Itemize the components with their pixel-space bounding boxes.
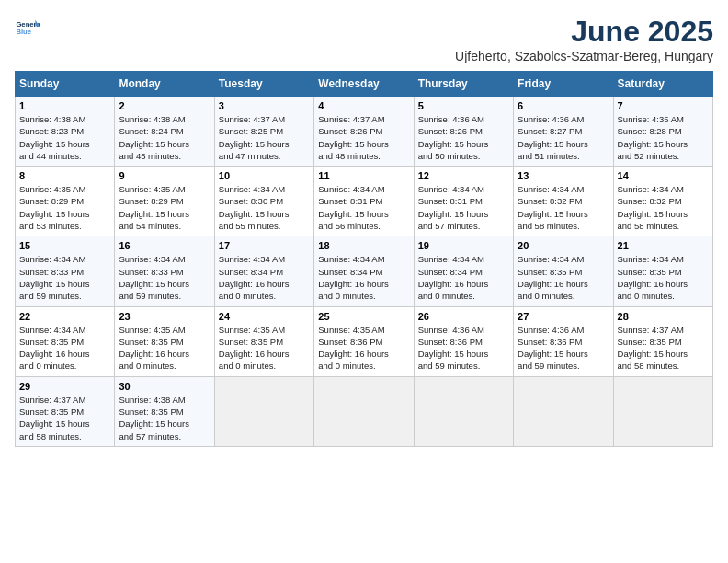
day-cell: 17Sunrise: 4:34 AM Sunset: 8:34 PM Dayli… [214,236,313,306]
day-cell: 28Sunrise: 4:37 AM Sunset: 8:35 PM Dayli… [613,306,712,376]
day-detail: Sunrise: 4:34 AM Sunset: 8:34 PM Dayligh… [219,253,310,302]
day-number: 27 [518,311,609,322]
day-cell: 1Sunrise: 4:38 AM Sunset: 8:23 PM Daylig… [16,97,115,167]
day-detail: Sunrise: 4:38 AM Sunset: 8:23 PM Dayligh… [19,113,110,162]
day-cell: 27Sunrise: 4:36 AM Sunset: 8:36 PM Dayli… [514,306,613,376]
svg-text:Blue: Blue [16,28,31,36]
day-cell: 6Sunrise: 4:36 AM Sunset: 8:27 PM Daylig… [514,97,613,167]
header-cell-wednesday: Wednesday [314,72,414,97]
day-detail: Sunrise: 4:38 AM Sunset: 8:24 PM Dayligh… [119,113,210,162]
header-cell-friday: Friday [514,72,613,97]
day-detail: Sunrise: 4:34 AM Sunset: 8:34 PM Dayligh… [418,253,509,302]
day-number: 26 [418,311,509,322]
day-number: 3 [219,100,310,111]
day-cell: 8Sunrise: 4:35 AM Sunset: 8:29 PM Daylig… [16,167,115,236]
day-number: 23 [119,311,210,322]
page-subtitle: Ujfeherto, Szabolcs-Szatmar-Bereg, Hunga… [455,49,713,63]
day-number: 21 [618,240,709,251]
day-number: 4 [318,100,409,111]
day-cell: 18Sunrise: 4:34 AM Sunset: 8:34 PM Dayli… [314,236,414,306]
day-detail: Sunrise: 4:35 AM Sunset: 8:36 PM Dayligh… [318,324,409,373]
day-number: 22 [19,311,110,322]
day-cell [214,376,313,446]
day-detail: Sunrise: 4:34 AM Sunset: 8:35 PM Dayligh… [19,324,110,373]
day-cell: 5Sunrise: 4:36 AM Sunset: 8:26 PM Daylig… [414,97,513,167]
day-number: 14 [618,170,709,181]
day-cell: 3Sunrise: 4:37 AM Sunset: 8:25 PM Daylig… [214,97,313,167]
day-cell: 7Sunrise: 4:35 AM Sunset: 8:28 PM Daylig… [613,97,712,167]
week-row-1: 1Sunrise: 4:38 AM Sunset: 8:23 PM Daylig… [16,97,713,167]
day-cell: 2Sunrise: 4:38 AM Sunset: 8:24 PM Daylig… [115,97,214,167]
title-area: June 2025 Ujfeherto, Szabolcs-Szatmar-Be… [455,15,713,63]
calendar-table: SundayMondayTuesdayWednesdayThursdayFrid… [15,71,713,447]
day-cell: 16Sunrise: 4:34 AM Sunset: 8:33 PM Dayli… [115,236,214,306]
day-detail: Sunrise: 4:36 AM Sunset: 8:27 PM Dayligh… [518,113,609,162]
day-detail: Sunrise: 4:37 AM Sunset: 8:25 PM Dayligh… [219,113,310,162]
day-cell: 26Sunrise: 4:36 AM Sunset: 8:36 PM Dayli… [414,306,513,376]
day-detail: Sunrise: 4:38 AM Sunset: 8:35 PM Dayligh… [119,394,210,442]
day-number: 5 [418,100,509,111]
day-cell: 9Sunrise: 4:35 AM Sunset: 8:29 PM Daylig… [115,167,214,236]
week-row-2: 8Sunrise: 4:35 AM Sunset: 8:29 PM Daylig… [16,167,713,236]
day-cell: 20Sunrise: 4:34 AM Sunset: 8:35 PM Dayli… [514,236,613,306]
day-number: 15 [19,240,110,251]
day-cell: 29Sunrise: 4:37 AM Sunset: 8:35 PM Dayli… [16,376,115,446]
day-cell: 24Sunrise: 4:35 AM Sunset: 8:35 PM Dayli… [214,306,313,376]
day-cell [514,376,613,446]
day-detail: Sunrise: 4:34 AM Sunset: 8:34 PM Dayligh… [318,253,409,302]
calendar-header-row: SundayMondayTuesdayWednesdayThursdayFrid… [16,72,713,97]
page-title: June 2025 [455,15,713,49]
day-detail: Sunrise: 4:35 AM Sunset: 8:28 PM Dayligh… [618,113,709,162]
day-detail: Sunrise: 4:36 AM Sunset: 8:36 PM Dayligh… [418,324,509,373]
day-number: 30 [119,381,210,392]
week-row-5: 29Sunrise: 4:37 AM Sunset: 8:35 PM Dayli… [16,376,713,446]
day-detail: Sunrise: 4:37 AM Sunset: 8:35 PM Dayligh… [19,394,110,442]
header-cell-monday: Monday [115,72,214,97]
day-detail: Sunrise: 4:36 AM Sunset: 8:36 PM Dayligh… [518,324,609,373]
day-detail: Sunrise: 4:34 AM Sunset: 8:35 PM Dayligh… [518,253,609,302]
day-number: 20 [518,240,609,251]
week-row-4: 22Sunrise: 4:34 AM Sunset: 8:35 PM Dayli… [16,306,713,376]
day-number: 1 [19,100,110,111]
day-cell: 12Sunrise: 4:34 AM Sunset: 8:31 PM Dayli… [414,167,513,236]
day-detail: Sunrise: 4:36 AM Sunset: 8:26 PM Dayligh… [418,113,509,162]
day-number: 11 [318,170,409,181]
day-detail: Sunrise: 4:37 AM Sunset: 8:35 PM Dayligh… [618,324,709,373]
day-number: 10 [219,170,310,181]
day-cell [613,376,712,446]
day-detail: Sunrise: 4:34 AM Sunset: 8:32 PM Dayligh… [518,183,609,232]
day-number: 16 [119,240,210,251]
day-number: 7 [618,100,709,111]
day-number: 29 [19,381,110,392]
day-number: 9 [119,170,210,181]
day-cell [314,376,414,446]
logo: General Blue [15,15,40,40]
day-number: 6 [518,100,609,111]
day-number: 17 [219,240,310,251]
day-number: 24 [219,311,310,322]
day-number: 13 [518,170,609,181]
day-detail: Sunrise: 4:35 AM Sunset: 8:29 PM Dayligh… [119,183,210,232]
day-detail: Sunrise: 4:35 AM Sunset: 8:35 PM Dayligh… [219,324,310,373]
day-number: 2 [119,100,210,111]
day-number: 12 [418,170,509,181]
day-detail: Sunrise: 4:34 AM Sunset: 8:35 PM Dayligh… [618,253,709,302]
day-cell [414,376,513,446]
day-cell: 4Sunrise: 4:37 AM Sunset: 8:26 PM Daylig… [314,97,414,167]
header-cell-tuesday: Tuesday [214,72,313,97]
day-cell: 15Sunrise: 4:34 AM Sunset: 8:33 PM Dayli… [16,236,115,306]
header-cell-saturday: Saturday [613,72,712,97]
day-cell: 13Sunrise: 4:34 AM Sunset: 8:32 PM Dayli… [514,167,613,236]
day-cell: 11Sunrise: 4:34 AM Sunset: 8:31 PM Dayli… [314,167,414,236]
day-cell: 25Sunrise: 4:35 AM Sunset: 8:36 PM Dayli… [314,306,414,376]
day-number: 25 [318,311,409,322]
day-cell: 23Sunrise: 4:35 AM Sunset: 8:35 PM Dayli… [115,306,214,376]
day-cell: 10Sunrise: 4:34 AM Sunset: 8:30 PM Dayli… [214,167,313,236]
day-cell: 22Sunrise: 4:34 AM Sunset: 8:35 PM Dayli… [16,306,115,376]
day-number: 28 [618,311,709,322]
day-detail: Sunrise: 4:34 AM Sunset: 8:32 PM Dayligh… [618,183,709,232]
day-cell: 19Sunrise: 4:34 AM Sunset: 8:34 PM Dayli… [414,236,513,306]
header-cell-sunday: Sunday [16,72,115,97]
day-detail: Sunrise: 4:35 AM Sunset: 8:29 PM Dayligh… [19,183,110,232]
day-number: 8 [19,170,110,181]
